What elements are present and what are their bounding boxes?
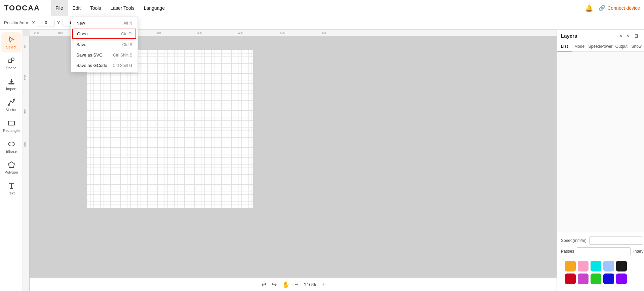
svg-point-3 xyxy=(8,104,9,106)
layers-up-button[interactable]: ∧ xyxy=(618,32,624,39)
tool-ellipse[interactable]: Ellipse xyxy=(1,137,22,157)
menu-items: File Edit Tools Laser Tools Language xyxy=(51,0,169,16)
menu-save-svg[interactable]: Save as SVG Ctrl Shift S xyxy=(71,50,138,60)
menu-save-gcode[interactable]: Save as GCode Ctrl Shift G xyxy=(71,60,138,71)
menu-item-language[interactable]: Language xyxy=(139,0,169,16)
svg-rect-2 xyxy=(9,83,14,84)
tool-shape-label: Shape xyxy=(6,66,17,70)
color-swatch-blue[interactable] xyxy=(603,274,614,284)
undo-button[interactable]: ↩ xyxy=(261,281,266,288)
file-dropdown-menu: New Alt N Open Ctrl O Save Ctrl S Save a… xyxy=(71,16,138,72)
vector-icon xyxy=(7,98,15,106)
svg-point-1 xyxy=(11,58,14,61)
right-panel: Layers ∧ ∨ 🗑 List Mode Speed/Power Outpu… xyxy=(557,30,644,291)
redo-button[interactable]: ↪ xyxy=(272,281,277,288)
menu-new[interactable]: New Alt N xyxy=(71,18,138,28)
color-swatch-magenta[interactable] xyxy=(578,274,589,284)
tool-select[interactable]: Select xyxy=(1,32,22,52)
tab-show[interactable]: Show xyxy=(629,42,644,51)
color-swatch-purple[interactable] xyxy=(616,274,627,284)
menu-open[interactable]: Open Ctrl O xyxy=(72,29,136,39)
color-swatch-lightblue[interactable] xyxy=(603,261,614,271)
layers-delete-button[interactable]: 🗑 xyxy=(633,32,640,39)
svg-point-4 xyxy=(13,99,15,100)
top-right-controls: 🔔 🔗 Connect device xyxy=(585,4,640,12)
canvas-drawing-area[interactable] xyxy=(87,50,253,208)
x-input[interactable] xyxy=(38,19,54,27)
color-swatches xyxy=(561,258,640,287)
y-label: Y xyxy=(57,20,60,25)
connect-icon: 🔗 xyxy=(599,5,605,11)
color-swatch-green[interactable] xyxy=(591,274,601,284)
color-swatch-pink[interactable] xyxy=(578,261,589,271)
tab-list[interactable]: List xyxy=(557,42,572,51)
menu-bar: TOOCAA File Edit Tools Laser Tools Langu… xyxy=(0,0,644,16)
rectangle-icon xyxy=(7,119,15,127)
tab-mode[interactable]: Mode xyxy=(572,42,587,51)
layers-down-button[interactable]: ∨ xyxy=(625,32,631,39)
tool-polygon[interactable]: Polygon xyxy=(1,157,22,178)
svg-rect-0 xyxy=(9,60,11,63)
color-swatch-red[interactable] xyxy=(565,274,576,284)
menu-item-laser-tools[interactable]: Laser Tools xyxy=(106,0,139,16)
ellipse-icon xyxy=(7,140,15,148)
zoom-level: 116% xyxy=(304,282,316,287)
tool-import[interactable]: Import xyxy=(1,74,22,94)
tool-shape[interactable]: Shape xyxy=(1,53,22,73)
menu-item-tools[interactable]: Tools xyxy=(85,0,106,16)
left-sidebar: Select Shape Import Vector Rectangle Ell… xyxy=(0,30,23,291)
interval-label: Interval(mm) xyxy=(633,249,644,254)
svg-text:500: 500 xyxy=(280,31,285,35)
layers-settings: Speed(mm/m) Power(%) Passes Interval(mm) xyxy=(557,232,644,291)
speed-input[interactable] xyxy=(589,237,643,245)
color-swatch-black[interactable] xyxy=(616,261,627,271)
tool-vector[interactable]: Vector xyxy=(1,95,22,115)
svg-text:-200: -200 xyxy=(33,31,39,35)
shape-icon xyxy=(7,57,15,65)
import-icon xyxy=(7,77,15,85)
color-swatch-cyan[interactable] xyxy=(591,261,601,271)
svg-text:600: 600 xyxy=(322,31,327,35)
zoom-out-button[interactable]: − xyxy=(295,281,299,288)
x-label: X xyxy=(32,20,35,25)
tool-rectangle[interactable]: Rectangle xyxy=(1,116,22,136)
tab-speed-power[interactable]: Speed/Power xyxy=(587,42,614,51)
svg-marker-7 xyxy=(8,162,14,168)
svg-point-6 xyxy=(8,142,14,146)
position-label: Position/mm: xyxy=(4,20,29,25)
passes-input[interactable] xyxy=(577,247,631,255)
tool-text-label: Text xyxy=(8,191,14,195)
tab-output[interactable]: Output xyxy=(614,42,629,51)
cursor-icon xyxy=(7,36,15,44)
tool-import-label: Import xyxy=(6,87,16,91)
layers-content xyxy=(557,52,644,232)
tool-rectangle-label: Rectangle xyxy=(3,129,20,133)
zoom-in-button[interactable]: + xyxy=(321,281,325,288)
tool-polygon-label: Polygon xyxy=(5,170,18,174)
canvas-grid xyxy=(87,50,253,208)
svg-text:300: 300 xyxy=(197,31,202,35)
connect-device-button[interactable]: 🔗 Connect device xyxy=(599,5,640,11)
svg-text:100: 100 xyxy=(24,45,27,50)
ruler-left: 100 200 300 400 xyxy=(23,36,30,291)
tool-ellipse-label: Ellipse xyxy=(6,149,16,153)
menu-item-file[interactable]: File xyxy=(51,0,68,16)
canvas-viewport[interactable] xyxy=(30,36,557,278)
color-swatch-orange[interactable] xyxy=(565,261,576,271)
svg-text:200: 200 xyxy=(24,75,27,80)
menu-item-edit[interactable]: Edit xyxy=(68,0,85,16)
canvas-bottom-bar: ↩ ↪ ✋ − 116% + xyxy=(30,278,557,291)
speed-row: Speed(mm/m) Power(%) xyxy=(561,237,640,245)
hand-icon[interactable]: ✋ xyxy=(282,281,290,288)
notification-icon[interactable]: 🔔 xyxy=(585,4,593,12)
svg-text:300: 300 xyxy=(24,109,27,114)
passes-label: Passes xyxy=(561,249,574,254)
tool-text[interactable]: Text xyxy=(1,178,22,198)
menu-save[interactable]: Save Ctrl S xyxy=(71,39,138,50)
tool-select-label: Select xyxy=(6,45,16,49)
svg-text:400: 400 xyxy=(238,31,243,35)
svg-rect-5 xyxy=(8,121,14,125)
text-icon xyxy=(7,182,15,190)
svg-text:400: 400 xyxy=(24,142,27,147)
speed-label: Speed(mm/m) xyxy=(561,238,586,243)
